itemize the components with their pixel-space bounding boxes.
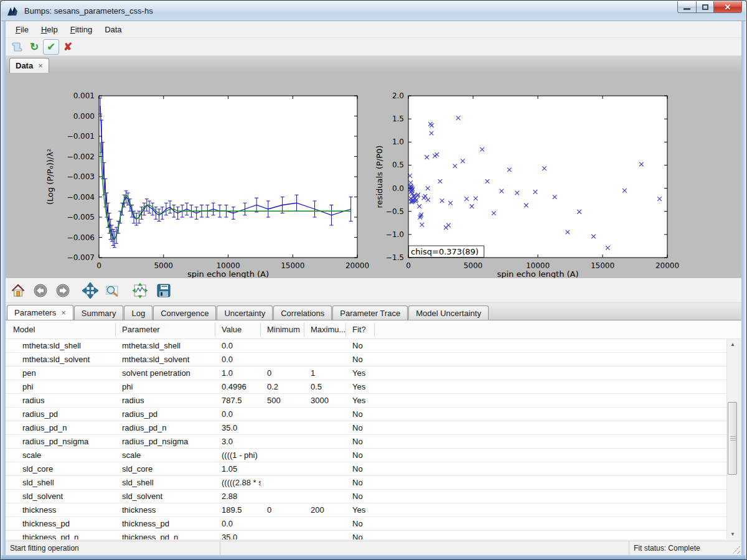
cell-fit: No: [346, 462, 375, 475]
tab-parameters[interactable]: Parameters ×: [7, 305, 73, 320]
tab-data[interactable]: Data ×: [9, 58, 49, 73]
svg-text:10000: 10000: [526, 261, 550, 270]
cell-model: thickness_pd: [6, 517, 116, 530]
parameter-table-header: Model Parameter Value Minimum Maximu... …: [6, 320, 741, 339]
home-icon: [11, 283, 26, 298]
tab-summary[interactable]: Summary: [74, 306, 124, 320]
cell-fit: No: [346, 353, 375, 366]
script-icon: [11, 41, 24, 52]
plot-panel: 050001000015000200000.0010.000−0.001−0.0…: [6, 73, 743, 278]
column-maximum[interactable]: Maximu...: [304, 323, 346, 337]
tab-uncertainty[interactable]: Uncertainty: [217, 306, 273, 320]
script-button[interactable]: [9, 39, 26, 55]
reload-model-button[interactable]: ↻: [26, 39, 42, 55]
svg-text:0.0: 0.0: [392, 184, 404, 193]
cell-maximum: 200: [304, 503, 346, 516]
svg-text:−0.006: −0.006: [67, 233, 95, 242]
cell-value: 3.0: [215, 435, 261, 448]
table-row[interactable]: scalescale((((1 - phi)No: [6, 449, 726, 462]
svg-text:0: 0: [406, 261, 411, 270]
cell-fit: No: [346, 421, 375, 434]
cell-fit: No: [346, 339, 375, 352]
cell-maximum: [304, 339, 346, 352]
menu-help[interactable]: Help: [35, 23, 64, 36]
svg-text:−0.007: −0.007: [67, 253, 95, 262]
cell-parameter: phi: [116, 380, 215, 393]
table-row[interactable]: sld_shellsld_shell(((((2.88 * sNo: [6, 476, 726, 490]
table-row[interactable]: radius_pd_nradius_pd_n35.0No: [6, 421, 726, 435]
forward-button[interactable]: [54, 282, 72, 299]
cell-value: 1.05: [215, 462, 261, 475]
tab-model-uncertainty[interactable]: Model Uncertainty: [408, 306, 489, 320]
menu-fitting[interactable]: Fitting: [64, 23, 98, 36]
cell-maximum: [304, 476, 346, 489]
table-row[interactable]: sld_coresld_core1.05No: [6, 462, 726, 476]
svg-text:0.001: 0.001: [73, 91, 95, 100]
table-row[interactable]: radius_pd_nsigmaradius_pd_nsigma3.0No: [6, 435, 726, 449]
table-row[interactable]: pensolvent penetration1.001Yes: [6, 366, 726, 380]
cell-model: radius_pd_nsigma: [6, 435, 116, 448]
cell-minimum: [261, 462, 304, 475]
cell-minimum: 0: [261, 366, 304, 380]
zoom-button[interactable]: [104, 282, 121, 299]
column-model[interactable]: Model: [6, 323, 116, 337]
cell-minimum: [261, 449, 304, 462]
table-row[interactable]: radius_pdradius_pd0.0No: [6, 408, 726, 421]
tab-convergence[interactable]: Convergence: [153, 306, 216, 320]
tab-parameters-close-icon[interactable]: ×: [61, 308, 66, 317]
scrollbar-down-icon[interactable]: ▼: [727, 529, 738, 539]
tab-correlations[interactable]: Correlations: [273, 306, 332, 320]
menu-file[interactable]: File: [9, 23, 35, 36]
tab-close-icon[interactable]: ×: [38, 61, 43, 70]
maximize-button[interactable]: [696, 1, 713, 13]
table-row[interactable]: mtheta:sld_shellmtheta:sld_shell0.0No: [6, 339, 726, 353]
cell-model: sld_shell: [6, 476, 116, 489]
cell-maximum: [304, 449, 346, 462]
column-value[interactable]: Value: [215, 323, 261, 337]
menu-data[interactable]: Data: [98, 23, 128, 36]
table-row[interactable]: thickness_pdthickness_pd0.0No: [6, 517, 726, 531]
cell-value: 35.0: [215, 531, 261, 539]
column-minimum[interactable]: Minimum: [261, 323, 304, 337]
save-button[interactable]: [155, 282, 172, 299]
tab-parameters-label: Parameters: [14, 308, 56, 317]
document-tabstrip: Data ×: [6, 56, 741, 73]
table-row[interactable]: sld_solventsld_solvent2.88No: [6, 490, 726, 503]
tab-log[interactable]: Log: [124, 306, 153, 320]
home-button[interactable]: [9, 282, 27, 299]
table-scrollbar[interactable]: ▲ ▼: [726, 339, 738, 539]
cell-fit: No: [346, 490, 375, 503]
scrollbar-thumb[interactable]: [728, 402, 737, 475]
cell-model: pen: [6, 366, 116, 380]
pan-button[interactable]: [82, 282, 99, 299]
tab-parameter-trace[interactable]: Parameter Trace: [332, 306, 408, 320]
cell-fit: No: [346, 476, 375, 489]
table-row[interactable]: phiphi0.49960.20.5Yes: [6, 380, 726, 394]
configure-subplots-button[interactable]: [131, 282, 149, 299]
table-row[interactable]: thickness_pd_nthickness_pd_n35.0No: [6, 531, 726, 539]
start-fit-button[interactable]: ✔: [43, 39, 59, 55]
cell-parameter: radius_pd_n: [116, 421, 215, 434]
column-parameter[interactable]: Parameter: [116, 323, 215, 337]
stop-fit-button[interactable]: ✘: [60, 39, 76, 55]
main-toolbar: ↻ ✔ ✘: [6, 38, 741, 56]
column-fit[interactable]: Fit?: [346, 323, 375, 337]
cell-value: ((((1 - phi): [215, 449, 261, 462]
table-row[interactable]: radiusradius787.55003000Yes: [6, 394, 726, 408]
pan-icon: [82, 282, 98, 299]
table-row[interactable]: mtheta:sld_solventmtheta:sld_solvent0.0N…: [6, 353, 726, 366]
svg-text:−0.001: −0.001: [67, 132, 95, 141]
resize-grip[interactable]: [732, 546, 740, 554]
status-bar: Start fitting operation Fit status: Comp…: [6, 541, 741, 555]
cell-parameter: sld_core: [116, 462, 215, 475]
table-body: mtheta:sld_shellmtheta:sld_shell0.0Nomth…: [6, 339, 726, 539]
svg-text:spin echo length (A): spin echo length (A): [497, 269, 578, 278]
title-bar[interactable]: Bumps: sesans_parameters_css-hs ✕: [1, 1, 746, 21]
svg-text:15000: 15000: [591, 261, 614, 270]
cell-minimum: [261, 435, 304, 448]
minimize-button[interactable]: [677, 1, 696, 13]
table-row[interactable]: thicknessthickness189.50200Yes: [6, 503, 726, 517]
close-button[interactable]: ✕: [713, 1, 742, 13]
back-button[interactable]: [32, 282, 49, 299]
scrollbar-up-icon[interactable]: ▲: [727, 339, 738, 350]
